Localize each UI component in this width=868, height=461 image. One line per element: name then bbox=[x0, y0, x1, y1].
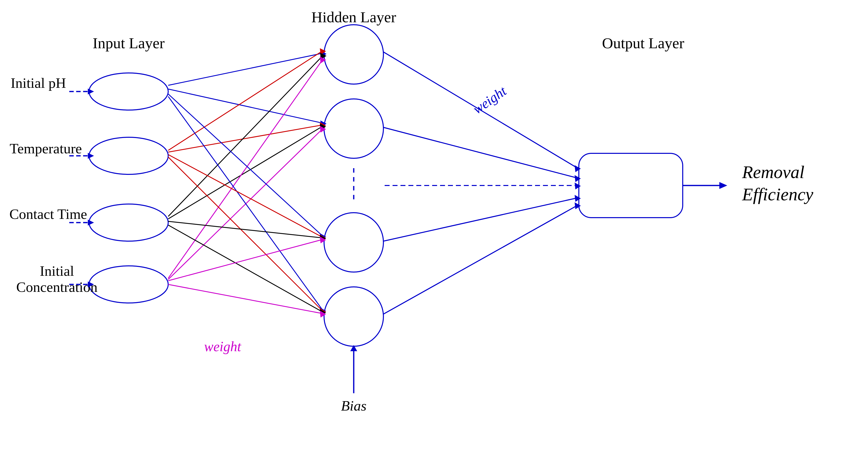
weight-label-bottom: weight bbox=[204, 339, 241, 354]
conn-h4-out bbox=[383, 198, 578, 241]
conn-1-h2-blue bbox=[168, 89, 323, 123]
input-arrowhead-3 bbox=[88, 220, 94, 225]
hidden-layer-label: Hidden Layer bbox=[311, 9, 396, 26]
hidden-node-4 bbox=[324, 213, 383, 272]
conn-h5-out-arrow bbox=[575, 202, 581, 209]
conn-1-h4-blue bbox=[168, 94, 323, 236]
conn-1-h1-blue bbox=[168, 53, 323, 85]
input-label-2: Temperature bbox=[10, 141, 82, 157]
conn-3-h4-black bbox=[168, 221, 323, 238]
hidden-node-5 bbox=[324, 287, 383, 346]
conn-hidden-middle-arrow bbox=[575, 183, 581, 189]
output-node bbox=[579, 153, 683, 218]
bias-label: Bias bbox=[341, 398, 366, 414]
conn-h1-out-arrow bbox=[575, 165, 581, 172]
input-node-3 bbox=[89, 204, 168, 241]
output-layer-label: Output Layer bbox=[602, 35, 684, 52]
input-node-2 bbox=[89, 137, 168, 174]
conn-3-h2-black bbox=[168, 126, 323, 219]
output-result-arrowhead bbox=[719, 182, 727, 189]
result-label-2: Efficiency bbox=[742, 184, 813, 204]
conn-3-h1-black bbox=[168, 56, 323, 216]
input-label-4b: Concentration bbox=[16, 279, 98, 295]
input-node-4 bbox=[89, 266, 168, 303]
input-label-4: Initial bbox=[40, 263, 74, 279]
weight-label-top: weight bbox=[470, 83, 509, 117]
conn-h2-out bbox=[383, 127, 578, 178]
conn-2-h5-red bbox=[168, 157, 323, 311]
conn-2-h4-red bbox=[168, 155, 323, 238]
input-node-1 bbox=[89, 73, 168, 110]
hidden-node-1 bbox=[324, 25, 383, 84]
neural-network-diagram: Input Layer Hidden Layer Output Layer In… bbox=[0, 0, 868, 461]
conn-h2-out-arrow bbox=[575, 175, 581, 182]
input-arrowhead-1 bbox=[88, 89, 94, 94]
input-label-1: Initial pH bbox=[11, 75, 66, 91]
input-layer-label: Input Layer bbox=[93, 35, 165, 52]
conn-h4-out-arrow bbox=[575, 195, 581, 202]
result-label-1: Removal bbox=[742, 162, 804, 182]
hidden-node-2 bbox=[324, 99, 383, 158]
input-arrowhead-2 bbox=[88, 153, 94, 159]
input-label-3: Contact Time bbox=[9, 206, 87, 222]
conn-h5-out bbox=[383, 205, 578, 314]
